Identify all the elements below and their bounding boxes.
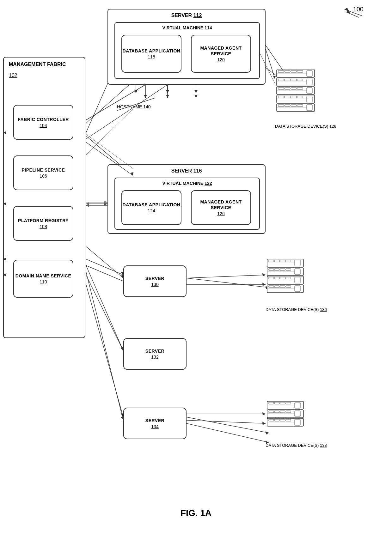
fabric-controller-label: FABRIC CONTROLLER xyxy=(18,117,69,122)
managed-agent-126-ref: 126 xyxy=(217,211,224,216)
svg-rect-116 xyxy=(280,419,285,421)
storage-128-label: DATA STORAGE DEVICE(S) 128 xyxy=(275,124,336,129)
svg-rect-53 xyxy=(291,88,297,89)
svg-rect-104 xyxy=(295,402,300,408)
svg-marker-18 xyxy=(86,202,89,205)
management-fabric-container: MANAGEMENT FABRIC 102 FABRIC CONTROLLER … xyxy=(3,57,85,338)
server-134-ref: 134 xyxy=(151,424,158,429)
svg-rect-114 xyxy=(269,419,274,421)
svg-marker-8 xyxy=(166,90,169,93)
svg-rect-51 xyxy=(278,88,284,89)
server-130-box: SERVER 130 xyxy=(123,265,187,297)
storage-128-container: DATA STORAGE DEVICE(S) 128 xyxy=(275,70,336,129)
domain-name-service-ref: 110 xyxy=(40,279,47,284)
svg-line-26 xyxy=(86,284,123,417)
svg-rect-101 xyxy=(274,402,279,404)
storage-138-container: DATA STORAGE DEVICE(S) 138 xyxy=(266,401,327,448)
server-132-ref: 132 xyxy=(151,355,158,360)
svg-rect-75 xyxy=(286,260,291,262)
svg-rect-41 xyxy=(307,70,312,76)
svg-rect-86 xyxy=(269,277,274,279)
svg-rect-83 xyxy=(295,269,300,275)
svg-rect-80 xyxy=(274,269,279,270)
svg-rect-60 xyxy=(291,96,297,98)
svg-marker-133 xyxy=(104,202,107,205)
platform-registry-label: PLATFORM REGISTRY xyxy=(18,218,69,223)
svg-rect-103 xyxy=(286,402,291,404)
db-app-118-label: DATABASE APPLICATION xyxy=(123,48,181,54)
storage-128-icon xyxy=(275,70,316,120)
svg-line-128 xyxy=(86,85,145,120)
svg-rect-55 xyxy=(307,88,312,94)
svg-rect-88 xyxy=(280,277,285,279)
svg-rect-76 xyxy=(295,260,300,266)
svg-rect-66 xyxy=(285,105,290,106)
management-fabric-ref: 102 xyxy=(9,73,17,78)
vm-114-container: VIRTUAL MACHINE 114 DATABASE APPLICATION… xyxy=(114,22,260,79)
svg-rect-69 xyxy=(307,105,312,111)
svg-marker-10 xyxy=(194,90,198,93)
svg-line-4 xyxy=(86,82,133,123)
vm-114-label: VIRTUAL MACHINE 114 xyxy=(162,25,212,30)
platform-registry-box: PLATFORM REGISTRY 108 xyxy=(13,206,73,241)
svg-marker-125 xyxy=(166,95,169,98)
svg-line-146 xyxy=(86,272,123,420)
svg-rect-72 xyxy=(269,260,274,262)
svg-line-34 xyxy=(187,423,269,442)
svg-marker-156 xyxy=(262,412,266,416)
storage-138-icon xyxy=(266,401,307,439)
managed-agent-120-ref: 120 xyxy=(217,57,224,62)
hostname-label: HOSTNAME 140 xyxy=(117,104,151,109)
vm-122-label: VIRTUAL MACHINE 122 xyxy=(162,181,212,186)
svg-rect-89 xyxy=(286,277,291,279)
domain-name-service-box: DOMAIN NAME SERVICE 110 xyxy=(13,260,73,298)
management-fabric-label: MANAGEMENT FABRIC xyxy=(9,61,66,68)
managed-agent-126-box: MANAGED AGENT SERVICE 126 xyxy=(191,190,251,225)
svg-rect-54 xyxy=(297,88,303,89)
svg-rect-68 xyxy=(297,105,303,106)
platform-registry-ref: 108 xyxy=(40,224,47,229)
svg-rect-48 xyxy=(307,79,312,85)
server-116-container: SERVER 116 VIRTUAL MACHINE 122 DATABASE … xyxy=(107,164,266,234)
svg-line-148 xyxy=(266,49,275,79)
managed-agent-120-label: MANAGED AGENT SERVICE xyxy=(192,45,250,57)
server-132-label: SERVER xyxy=(145,348,164,354)
svg-line-157 xyxy=(187,420,266,423)
svg-rect-62 xyxy=(307,96,312,102)
svg-line-138 xyxy=(86,259,123,275)
svg-marker-152 xyxy=(262,273,266,276)
ref-100-label: 100 xyxy=(353,6,364,13)
svg-rect-46 xyxy=(291,79,297,81)
svg-rect-87 xyxy=(274,277,279,279)
svg-rect-52 xyxy=(285,88,290,89)
svg-line-24 xyxy=(86,275,123,351)
svg-rect-82 xyxy=(286,269,291,270)
svg-line-151 xyxy=(187,275,266,278)
server-134-label: SERVER xyxy=(145,418,164,423)
svg-rect-110 xyxy=(286,411,291,413)
fabric-controller-ref: 104 xyxy=(40,123,47,128)
pipeline-service-box: PIPELINE SERVICE 106 xyxy=(13,155,73,190)
svg-rect-111 xyxy=(295,411,300,417)
diagram-container: 100 xyxy=(0,0,392,525)
svg-marker-121 xyxy=(345,8,349,11)
pipeline-service-ref: 106 xyxy=(40,173,47,179)
svg-rect-58 xyxy=(278,96,284,98)
db-app-124-ref: 124 xyxy=(148,208,155,213)
svg-marker-16 xyxy=(104,201,107,204)
managed-agent-126-label: MANAGED AGENT SERVICE xyxy=(192,199,250,210)
svg-rect-47 xyxy=(297,79,303,81)
storage-138-label: DATA STORAGE DEVICE(S) 138 xyxy=(266,443,327,448)
svg-marker-123 xyxy=(144,95,147,98)
managed-agent-120-box: MANAGED AGENT SERVICE 120 xyxy=(191,35,251,73)
vm-122-container: VIRTUAL MACHINE 122 DATABASE APPLICATION… xyxy=(114,178,260,230)
svg-rect-81 xyxy=(280,269,285,270)
svg-rect-118 xyxy=(295,419,300,425)
svg-rect-45 xyxy=(285,79,290,81)
server-130-ref: 130 xyxy=(151,282,158,287)
svg-rect-107 xyxy=(269,411,274,413)
svg-rect-102 xyxy=(280,402,285,404)
svg-rect-61 xyxy=(297,96,303,98)
svg-marker-135 xyxy=(86,204,89,207)
svg-rect-44 xyxy=(278,79,284,81)
